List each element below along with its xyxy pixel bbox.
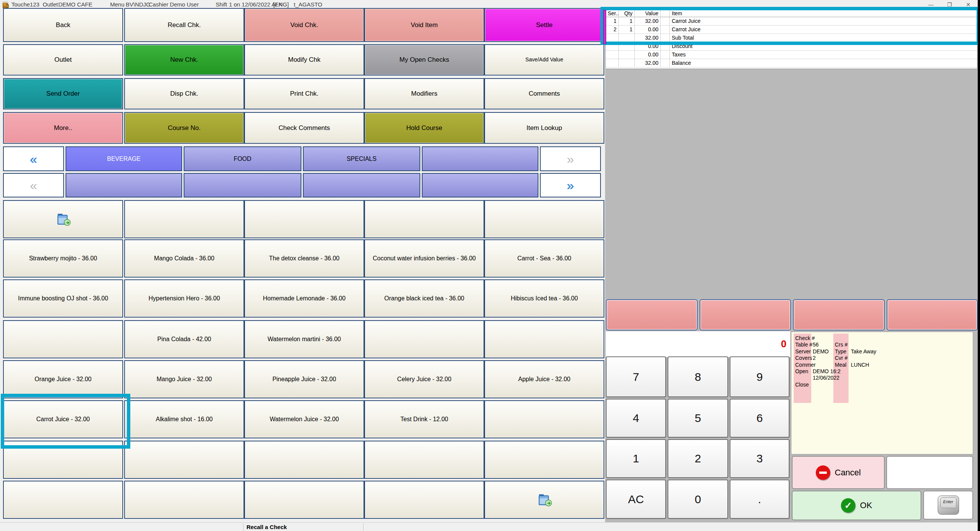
tab-beverage[interactable]: BEVERAGE bbox=[66, 146, 182, 171]
fn-button-check-comments[interactable]: Check Comments bbox=[244, 112, 364, 144]
item-button-carrot-juice-32-00[interactable]: Carrot Juice - 32.00 bbox=[3, 400, 123, 438]
check-table-row[interactable]: 210.00Carrot Juice bbox=[606, 26, 977, 34]
pink-blank-button[interactable] bbox=[606, 299, 698, 330]
tab-blank[interactable] bbox=[422, 173, 538, 197]
numpad-key-2[interactable]: 2 bbox=[668, 439, 728, 478]
tab-blank[interactable] bbox=[303, 173, 420, 197]
restore-icon[interactable]: ❐ bbox=[942, 1, 958, 8]
fn-button-modifiers[interactable]: Modifiers bbox=[364, 78, 484, 109]
item-button-blank[interactable] bbox=[3, 441, 123, 479]
fn-button-back[interactable]: Back bbox=[3, 8, 123, 42]
fn-button-settle[interactable]: Settle bbox=[484, 8, 604, 42]
enter-button[interactable]: Enter bbox=[923, 491, 973, 520]
item-button-blank[interactable] bbox=[484, 400, 604, 438]
item-button-blank[interactable] bbox=[3, 481, 123, 519]
item-button-blank[interactable] bbox=[124, 481, 244, 519]
item-button-test-drink-12-00[interactable]: Test Drink - 12.00 bbox=[364, 400, 484, 438]
check-table-row[interactable]: 0.00Discount bbox=[606, 42, 977, 51]
category-scroll-right-icon[interactable]: » bbox=[540, 146, 601, 171]
item-button-blank[interactable] bbox=[364, 481, 484, 519]
item-button-blank[interactable] bbox=[244, 481, 364, 519]
numpad-key-8[interactable]: 8 bbox=[668, 356, 728, 397]
tab-specials[interactable]: SPECIALS bbox=[303, 146, 420, 171]
numpad-key-7[interactable]: 7 bbox=[606, 356, 666, 397]
item-button-pina-colada-42-00[interactable]: Pina Colada - 42.00 bbox=[124, 320, 244, 358]
item-button-carrot-sea-36-00[interactable]: Carrot - Sea - 36.00 bbox=[484, 239, 604, 278]
item-button-pineapple-juice-32-00[interactable]: Pineapple Juice - 32.00 bbox=[244, 360, 364, 398]
check-table-row[interactable]: 32.00Balance bbox=[606, 59, 977, 67]
item-folder-button[interactable] bbox=[3, 200, 123, 238]
item-button-homemade-lemonade-36-00[interactable]: Homemade Lemonade - 36.00 bbox=[244, 279, 364, 318]
item-button-blank[interactable] bbox=[124, 200, 244, 238]
numpad-key-4[interactable]: 4 bbox=[606, 399, 666, 438]
tab-food[interactable]: FOOD bbox=[184, 146, 301, 171]
fn-button-hold-course[interactable]: Hold Course bbox=[364, 112, 484, 144]
check-table-row[interactable]: 0.00Taxes bbox=[606, 51, 977, 59]
numpad-key-dot[interactable]: . bbox=[730, 480, 789, 519]
fn-button-recall-chk[interactable]: Recall Chk. bbox=[124, 8, 244, 42]
item-button-hibiscus-iced-tea-36-00[interactable]: Hibiscus Iced tea - 36.00 bbox=[484, 279, 604, 318]
item-button-watermelon-martini-36-00[interactable]: Watermelon martini - 36.00 bbox=[244, 320, 364, 358]
blank-action-button[interactable] bbox=[886, 456, 973, 489]
item-button-blank[interactable] bbox=[364, 320, 484, 358]
item-button-blank[interactable] bbox=[364, 441, 484, 479]
cancel-button[interactable]: Cancel bbox=[792, 456, 885, 489]
pink-blank-button[interactable] bbox=[793, 299, 885, 330]
fn-button-item-lookup[interactable]: Item Lookup bbox=[484, 112, 604, 144]
item-button-celery-juice-32-00[interactable]: Celery Juice - 32.00 bbox=[364, 360, 484, 398]
check-table-row[interactable]: 1132.00Carrot Juice bbox=[606, 17, 977, 26]
fn-button-more[interactable]: More.. bbox=[3, 112, 123, 144]
fn-button-my-open-checks[interactable]: My Open Checks bbox=[364, 44, 484, 75]
item-button-blank[interactable] bbox=[124, 441, 244, 479]
item-button-blank[interactable] bbox=[244, 441, 364, 479]
item-button-hypertension-hero-36-00[interactable]: Hypertension Hero - 36.00 bbox=[124, 279, 244, 318]
item-button-apple-juice-32-00[interactable]: Apple Juice - 32.00 bbox=[484, 360, 604, 398]
tab-blank[interactable] bbox=[184, 173, 301, 197]
numpad-key-3[interactable]: 3 bbox=[730, 439, 789, 478]
item-button-strawberry-mojito-36-00[interactable]: Strawberry mojito - 36.00 bbox=[3, 239, 123, 278]
item-button-blank[interactable] bbox=[484, 320, 604, 358]
fn-button-save-add-value[interactable]: Save/Add Value bbox=[484, 44, 604, 75]
fn-button-outlet[interactable]: Outlet bbox=[3, 44, 123, 75]
tab-blank[interactable] bbox=[422, 146, 538, 171]
item-button-immune-boosting-oj-shot-36-00[interactable]: Immune boosting OJ shot - 36.00 bbox=[3, 279, 123, 318]
fn-button-send-order[interactable]: Send Order bbox=[3, 78, 123, 109]
numpad-key-ac[interactable]: AC bbox=[606, 480, 666, 519]
tab-blank[interactable] bbox=[66, 173, 182, 197]
check-items-table[interactable]: Ser...QtyValueItem1132.00Carrot Juice210… bbox=[606, 9, 977, 69]
numpad-key-1[interactable]: 1 bbox=[606, 439, 666, 478]
numpad-key-6[interactable]: 6 bbox=[730, 399, 789, 438]
minimize-icon[interactable]: — bbox=[923, 1, 939, 8]
fn-button-void-item[interactable]: Void Item bbox=[364, 8, 484, 42]
close-icon[interactable]: ✕ bbox=[960, 1, 976, 8]
fn-button-disp-chk[interactable]: Disp Chk. bbox=[124, 78, 244, 109]
fn-button-comments[interactable]: Comments bbox=[484, 78, 604, 109]
item-folder-button[interactable] bbox=[484, 481, 604, 519]
item-button-orange-black-iced-tea-36-00[interactable]: Orange black iced tea - 36.00 bbox=[364, 279, 484, 318]
category-scroll-left-icon[interactable]: « bbox=[3, 146, 64, 171]
item-button-orange-juice-32-00[interactable]: Orange Juice - 32.00 bbox=[3, 360, 123, 398]
category-scroll-right-icon[interactable]: » bbox=[540, 173, 601, 197]
check-table-row[interactable]: 32.00Sub Total bbox=[606, 34, 977, 42]
item-button-blank[interactable] bbox=[364, 200, 484, 238]
item-button-blank[interactable] bbox=[484, 200, 604, 238]
item-button-blank[interactable] bbox=[484, 441, 604, 479]
numpad-key-0[interactable]: 0 bbox=[668, 480, 728, 519]
pink-blank-button[interactable] bbox=[887, 299, 978, 330]
item-button-the-detox-cleanse-36-00[interactable]: The detox cleanse - 36.00 bbox=[244, 239, 364, 278]
numpad-key-5[interactable]: 5 bbox=[668, 399, 728, 438]
item-button-mango-juice-32-00[interactable]: Mango Juice - 32.00 bbox=[124, 360, 244, 398]
fn-button-modify-chk[interactable]: Modify Chk bbox=[244, 44, 364, 75]
item-button-blank[interactable] bbox=[3, 320, 123, 358]
fn-button-new-chk[interactable]: New Chk. bbox=[124, 44, 244, 75]
category-scroll-left-icon[interactable]: « bbox=[3, 173, 64, 197]
fn-button-course-no[interactable]: Course No. bbox=[124, 112, 244, 144]
fn-button-void-chk[interactable]: Void Chk. bbox=[244, 8, 364, 42]
numpad-key-9[interactable]: 9 bbox=[730, 356, 789, 397]
pink-blank-button[interactable] bbox=[700, 299, 791, 330]
fn-button-print-chk[interactable]: Print Chk. bbox=[244, 78, 364, 109]
item-button-coconut-water-infusion-berries-36-00[interactable]: Coconut water infusion berries - 36.00 bbox=[364, 239, 484, 278]
item-button-mango-colada-36-00[interactable]: Mango Colada - 36.00 bbox=[124, 239, 244, 278]
ok-button[interactable]: ✓ OK bbox=[792, 491, 921, 520]
item-button-blank[interactable] bbox=[244, 200, 364, 238]
